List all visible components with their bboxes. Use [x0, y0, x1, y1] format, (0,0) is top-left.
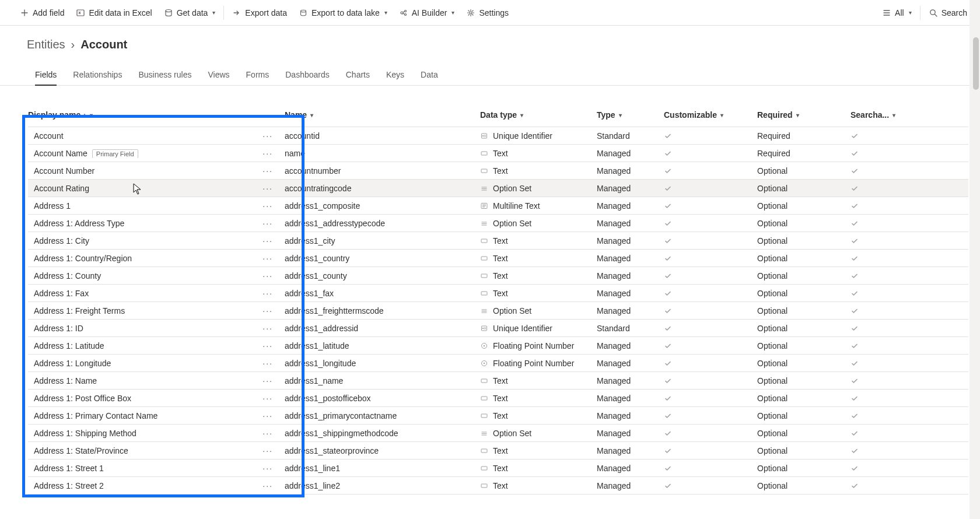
display-name-cell: Address 1: Freight Terms — [34, 306, 125, 315]
more-actions-button[interactable]: ··· — [260, 131, 275, 141]
export-data-button[interactable]: Export data — [226, 0, 293, 25]
table-row[interactable]: Address 1···address1_compositeMultiline … — [28, 197, 968, 215]
svg-rect-25 — [481, 414, 487, 418]
table-row[interactable]: Address 1: State/Province···address1_sta… — [28, 442, 968, 460]
more-actions-button[interactable]: ··· — [260, 219, 275, 228]
table-row[interactable]: Address 1: Address Type···address1_addre… — [28, 215, 968, 232]
more-actions-button[interactable]: ··· — [260, 429, 275, 438]
more-actions-button[interactable]: ··· — [260, 149, 275, 158]
table-row[interactable]: Address 1: City···address1_cityTextManag… — [28, 232, 968, 250]
type-cell: Managed — [597, 481, 664, 490]
tab-fields[interactable]: Fields — [27, 66, 65, 85]
svg-point-1 — [166, 9, 172, 12]
table-row[interactable]: Address 1: County···address1_countyTextM… — [28, 267, 968, 285]
col-header-required[interactable]: Required ▾ — [757, 110, 850, 120]
search-button[interactable]: Search — [923, 0, 973, 25]
export-to-data-lake-button[interactable]: Export to data lake▾ — [293, 0, 393, 25]
tab-data[interactable]: Data — [412, 66, 446, 85]
cmd-label: Settings — [479, 8, 509, 17]
more-actions-button[interactable]: ··· — [260, 394, 275, 403]
table-row[interactable]: Address 1: Longitude···address1_longitud… — [28, 355, 968, 372]
table-row[interactable]: Address 1: Name···address1_nameTextManag… — [28, 372, 968, 390]
more-actions-button[interactable]: ··· — [260, 184, 275, 193]
type-cell: Managed — [597, 376, 664, 385]
table-row[interactable]: Address 1: Primary Contact Name···addres… — [28, 407, 968, 425]
tab-relationships[interactable]: Relationships — [65, 66, 130, 85]
scrollbar-thumb[interactable] — [973, 37, 979, 90]
table-row[interactable]: Address 1: Street 1···address1_line1Text… — [28, 460, 968, 477]
customizable-cell — [664, 289, 757, 297]
add-field-button[interactable]: Add field — [14, 0, 70, 25]
more-actions-button[interactable]: ··· — [260, 376, 275, 385]
searchable-cell — [850, 149, 909, 157]
settings-button[interactable]: Settings — [460, 0, 514, 25]
cmd-label: Add field — [33, 8, 64, 17]
table-row[interactable]: Address 1: Shipping Method···address1_sh… — [28, 425, 968, 442]
required-cell: Optional — [757, 254, 850, 263]
datatype-icon — [480, 412, 488, 420]
searchable-cell — [850, 324, 909, 332]
display-name-cell: Address 1: Country/Region — [34, 254, 132, 263]
cmd-label: Edit data in Excel — [89, 8, 152, 17]
more-actions-button[interactable]: ··· — [260, 359, 275, 368]
table-row[interactable]: Account Number···accountnumberTextManage… — [28, 162, 968, 180]
table-row[interactable]: Address 1: Freight Terms···address1_frei… — [28, 302, 968, 320]
tab-keys[interactable]: Keys — [378, 66, 412, 85]
more-actions-button[interactable]: ··· — [260, 201, 275, 211]
breadcrumb-parent[interactable]: Entities — [27, 38, 65, 51]
table-row[interactable]: Address 1: Street 2···address1_line2Text… — [28, 477, 968, 495]
edit-data-in-excel-button[interactable]: Edit data in Excel — [70, 0, 158, 25]
display-name-cell: Account Number — [34, 166, 94, 176]
entity-tabs: FieldsRelationshipsBusiness rulesViewsFo… — [0, 55, 980, 86]
get-data-button[interactable]: Get data▾ — [158, 0, 222, 25]
table-row[interactable]: Account···accountidUnique IdentifierStan… — [28, 127, 968, 145]
tab-forms[interactable]: Forms — [238, 66, 278, 85]
tab-business-rules[interactable]: Business rules — [130, 66, 200, 85]
more-actions-button[interactable]: ··· — [260, 254, 275, 263]
searchable-cell — [850, 464, 909, 472]
col-header-searchable[interactable]: Searcha... ▾ — [850, 110, 909, 120]
more-actions-button[interactable]: ··· — [260, 481, 275, 490]
datatype-icon — [480, 202, 488, 210]
customizable-cell — [664, 202, 757, 210]
table-row[interactable]: Address 1: Post Office Box···address1_po… — [28, 390, 968, 407]
more-actions-button[interactable]: ··· — [260, 236, 275, 246]
tab-charts[interactable]: Charts — [338, 66, 378, 85]
scrollbar-track[interactable] — [970, 0, 980, 519]
table-row[interactable]: Account Rating···accountratingcodeOption… — [28, 180, 968, 197]
breadcrumb: Entities › Account — [0, 26, 980, 55]
svg-point-7 — [930, 9, 935, 14]
col-header-data-type[interactable]: Data type ▾ — [480, 110, 597, 120]
command-bar: Add fieldEdit data in ExcelGet data▾Expo… — [0, 0, 980, 26]
cmd-label: Export to data lake — [312, 8, 380, 17]
more-actions-button[interactable]: ··· — [260, 341, 275, 350]
table-row[interactable]: Address 1: Fax···address1_faxTextManaged… — [28, 285, 968, 302]
table-row[interactable]: Address 1: Latitude···address1_latitudeF… — [28, 337, 968, 355]
db-icon — [164, 8, 173, 17]
table-row[interactable]: Address 1: ID···address1_addressidUnique… — [28, 320, 968, 337]
col-header-customizable[interactable]: Customizable ▾ — [664, 110, 757, 120]
more-actions-button[interactable]: ··· — [260, 289, 275, 298]
col-header-type[interactable]: Type ▾ — [597, 110, 664, 120]
tab-dashboards[interactable]: Dashboards — [277, 66, 338, 85]
more-actions-button[interactable]: ··· — [260, 271, 275, 280]
table-row[interactable]: Account NamePrimary Field···nameTextMana… — [28, 145, 968, 162]
svg-rect-13 — [481, 239, 487, 243]
svg-rect-15 — [481, 274, 487, 278]
more-actions-button[interactable]: ··· — [260, 464, 275, 473]
datatype-cell: Text — [493, 289, 508, 298]
tab-views[interactable]: Views — [200, 66, 237, 85]
ai-builder-button[interactable]: AI Builder▾ — [393, 0, 461, 25]
more-actions-button[interactable]: ··· — [260, 446, 275, 455]
more-actions-button[interactable]: ··· — [260, 324, 275, 333]
type-cell: Managed — [597, 464, 664, 473]
more-actions-button[interactable]: ··· — [260, 166, 275, 176]
more-actions-button[interactable]: ··· — [260, 411, 275, 420]
more-actions-button[interactable]: ··· — [260, 306, 275, 315]
table-row[interactable]: Address 1: Country/Region···address1_cou… — [28, 250, 968, 267]
view-filter-button[interactable]: All ▾ — [876, 0, 918, 25]
col-header-display-name[interactable]: Display name ↑ ▾ — [28, 110, 279, 120]
customizable-cell — [664, 412, 757, 420]
name-cell: address1_line2 — [279, 481, 480, 490]
col-header-name[interactable]: Name ▾ — [279, 110, 480, 120]
